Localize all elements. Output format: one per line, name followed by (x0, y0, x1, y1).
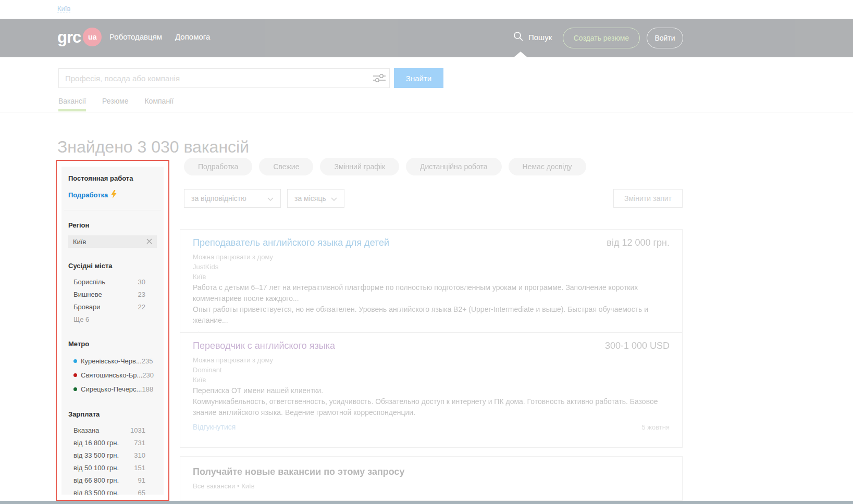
quick-filter-pill[interactable]: Змінний графік (320, 158, 399, 175)
metro-line-name: Сирецько-Печерс... (81, 385, 142, 393)
salary-label: від 33 500 грн. (73, 449, 119, 462)
region-heading: Регіон (68, 221, 157, 229)
footer-strip (0, 501, 853, 504)
vacancy-city: Київ (193, 375, 670, 385)
salary-label: від 16 800 грн. (73, 437, 119, 449)
region-chip-label: Київ (73, 238, 86, 246)
salary-heading: Зарплата (68, 410, 157, 418)
tab-companies[interactable]: Компанії (144, 97, 174, 111)
salary-count: 151 (134, 462, 145, 474)
metro-line-label: Сирецько-Печерс... (73, 382, 142, 396)
filter-parttime-link[interactable]: Подработка (68, 190, 157, 200)
results-main: Подработка Свежие Змінний графік Дистанц… (180, 0, 683, 504)
metro-line-label: Куренівсько-Черв... (73, 354, 142, 368)
tab-resumes[interactable]: Резюме (102, 97, 128, 111)
metro-line-dot (73, 387, 77, 391)
subscribe-title: Получайте новые вакансии по этому запрос… (193, 467, 670, 477)
vacancy-description: Опыт работы приветствуется, но не обязат… (193, 304, 670, 326)
lightning-icon (110, 190, 117, 200)
apply-link[interactable]: Відгукнутися (193, 423, 236, 431)
subscribe-block: Получайте новые вакансии по этому запрос… (180, 456, 683, 501)
salary-label: від 66 800 грн. (73, 474, 119, 487)
sidebar-divider (64, 210, 161, 210)
metro-line-name: Святошинсько-Бр... (81, 371, 142, 379)
close-icon[interactable] (146, 238, 152, 246)
vacancy-description: Переписка ОТ имени нашей клиентки. (193, 385, 670, 396)
salary-count: 1031 (130, 424, 145, 437)
vacancy-date: 5 жовтня (641, 423, 670, 431)
sort-period-value: за місяць (294, 194, 326, 203)
vacancy-company-link[interactable]: Dominant (193, 366, 670, 375)
salary-count: 310 (134, 449, 145, 462)
metro-count: 235 (142, 354, 153, 368)
chevron-down-icon (331, 194, 337, 203)
salary-row[interactable]: від 50 100 грн. 151 (68, 462, 157, 474)
filters-sidebar: Постоянная работа Подработка Регіон Київ (61, 167, 164, 495)
vacancy-list: Преподаватель английского языка для дете… (180, 229, 683, 448)
salary-label: Вказана (73, 424, 99, 437)
filter-parttime-label: Подработка (68, 191, 108, 199)
salary-row[interactable]: Вказана 1031 (68, 424, 157, 437)
metro-row[interactable]: Сирецько-Печерс... 188 (68, 382, 157, 396)
metro-line-name: Куренівсько-Черв... (81, 357, 142, 365)
logo-text: grc (57, 29, 81, 45)
salary-row[interactable]: від 33 500 грн. 310 (68, 449, 157, 462)
city-count: 30 (138, 276, 145, 288)
tab-vacancies-label: Вакансії (58, 97, 86, 105)
city-label: Бориспіль (73, 276, 105, 288)
nav-employers[interactable]: Роботодавцям (109, 32, 162, 41)
tutorial-highlight-box: Постоянная работа Подработка Регіон Київ (56, 160, 169, 501)
metro-heading: Метро (68, 340, 157, 348)
salary-count: 731 (134, 437, 145, 449)
metro-line-dot (73, 359, 77, 363)
vacancy-title-link[interactable]: Переводчик с английского языка (193, 341, 335, 351)
sort-controls: за відповідністю за місяць (184, 189, 344, 208)
salary-row[interactable]: від 66 800 грн. 91 (68, 474, 157, 487)
cities-show-more-link[interactable]: Ще 6 (68, 313, 157, 326)
vacancy-salary: від 12 000 грн. (607, 237, 670, 248)
active-tab-underline (58, 109, 86, 111)
change-query-button[interactable]: Змінити запит (613, 189, 683, 208)
quick-filter-pill[interactable]: Немає досвіду (509, 158, 586, 175)
sort-relevance-select[interactable]: за відповідністю (184, 189, 281, 208)
quick-filter-pill[interactable]: Свежие (259, 158, 313, 175)
sort-period-select[interactable]: за місяць (287, 189, 344, 208)
vacancy-description: Коммуникабельность, ответственность, уси… (193, 396, 670, 418)
metro-line-label: Святошинсько-Бр... (73, 368, 142, 382)
city-label: Вишневе (73, 288, 102, 301)
tab-vacancies[interactable]: Вакансії (58, 97, 86, 111)
current-city-link[interactable]: Київ (57, 5, 70, 13)
city-count: 23 (138, 288, 145, 301)
city-count: 22 (138, 301, 145, 313)
city-row[interactable]: Вишневе 23 (68, 288, 157, 301)
vacancy-card: Преподаватель английского языка для дете… (180, 230, 682, 332)
vacancy-company-link[interactable]: JustKids (193, 262, 670, 272)
logo-ua-badge: ua (83, 28, 102, 46)
subscribe-query-summary: Все вакансии • Київ (193, 482, 670, 490)
filter-permanent-label[interactable]: Постоянная работа (68, 174, 157, 182)
salary-row[interactable]: від 83 500 грн. 65 (68, 487, 157, 495)
salary-row[interactable]: від 16 800 грн. 731 (68, 437, 157, 449)
metro-row[interactable]: Святошинсько-Бр... 230 (68, 368, 157, 382)
quick-filter-pill[interactable]: Подработка (184, 158, 252, 175)
logo[interactable]: grc ua (57, 28, 102, 46)
city-row[interactable]: Бровари 22 (68, 301, 157, 313)
quick-filter-pill[interactable]: Дистанційна робота (406, 158, 502, 175)
salary-label: від 50 100 грн. (73, 462, 119, 474)
city-row[interactable]: Бориспіль 30 (68, 276, 157, 288)
sort-relevance-value: за відповідністю (191, 194, 246, 203)
nearby-cities-heading: Сусідні міста (68, 262, 157, 270)
chevron-down-icon (267, 194, 274, 203)
apply-link[interactable]: Відгукнутися (193, 331, 236, 332)
vacancy-description: Работа с детьми 6–17 лет на интерактивно… (193, 282, 670, 304)
vacancy-title-link[interactable]: Преподаватель английского языка для дете… (193, 237, 389, 248)
filter-metro-section: Метро Куренівсько-Черв... 235 Святошинсь… (68, 340, 157, 396)
metro-row[interactable]: Куренівсько-Черв... 235 (68, 354, 157, 368)
vacancy-remote-label: Можна працювати з дому (193, 356, 670, 365)
vacancy-remote-label: Можна працювати з дому (193, 253, 670, 262)
vacancy-salary: 300-1 000 USD (605, 341, 670, 351)
metro-line-dot (73, 373, 77, 377)
filter-salary-section: Зарплата Вказана 1031 від 16 800 грн. 73… (68, 410, 157, 495)
metro-count: 230 (142, 368, 154, 382)
page: Київ grc ua Роботодавцям Допомога Пошук … (0, 0, 853, 504)
